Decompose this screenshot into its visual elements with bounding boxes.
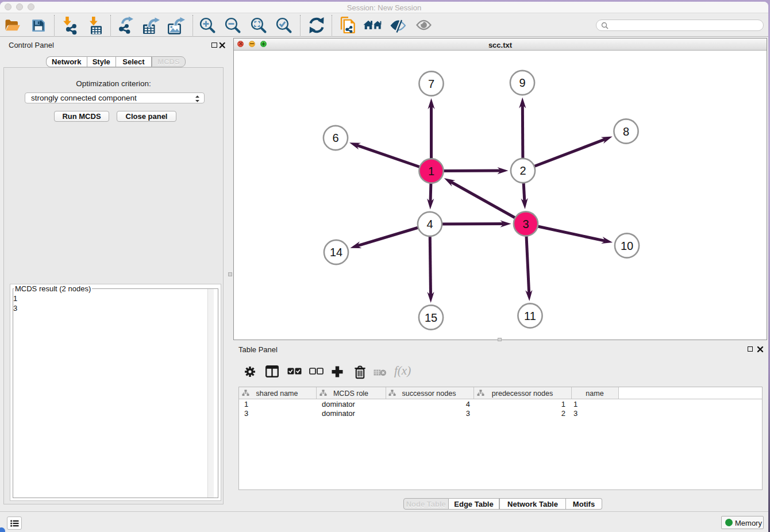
svg-text:8: 8 — [623, 125, 629, 138]
svg-text:6: 6 — [332, 132, 338, 144]
svg-text:2: 2 — [519, 164, 526, 177]
svg-text:1: 1 — [428, 165, 434, 178]
svg-text:7: 7 — [428, 78, 434, 90]
svg-text:10: 10 — [621, 240, 633, 252]
svg-text:14: 14 — [330, 246, 342, 259]
svg-text:15: 15 — [425, 311, 437, 324]
svg-text:11: 11 — [524, 310, 536, 322]
svg-text:9: 9 — [519, 76, 525, 89]
svg-text:3: 3 — [522, 218, 529, 230]
svg-text:4: 4 — [426, 218, 433, 230]
